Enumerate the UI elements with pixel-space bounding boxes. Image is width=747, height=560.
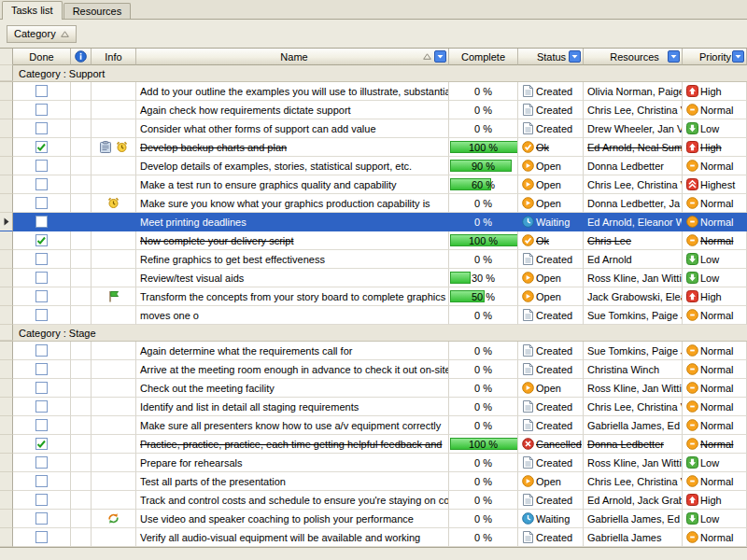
name-filter-button[interactable] bbox=[434, 50, 446, 63]
row-indicator bbox=[0, 269, 13, 287]
task-row[interactable]: Meet printing deadlines0 %WaitingEd Arno… bbox=[0, 213, 747, 231]
status-cell: Created bbox=[518, 82, 584, 101]
done-checkbox[interactable] bbox=[35, 197, 48, 209]
group-by-category-button[interactable]: Category bbox=[7, 25, 77, 43]
task-row[interactable]: Prepare for rehearsals0 %CreatedRoss Kli… bbox=[0, 454, 747, 472]
group-row[interactable]: Category : Stage bbox=[0, 325, 747, 342]
done-checkbox[interactable] bbox=[35, 438, 48, 450]
task-row[interactable]: moves one o0 %CreatedSue Tomkins, Paige … bbox=[0, 306, 747, 325]
done-checkbox[interactable] bbox=[35, 382, 48, 394]
done-checkbox[interactable] bbox=[35, 456, 48, 469]
column-header-priority[interactable]: Priority bbox=[683, 49, 747, 65]
done-checkbox[interactable] bbox=[35, 400, 48, 413]
done-checkbox[interactable] bbox=[35, 253, 48, 265]
task-row[interactable]: Again determine what the requirements ca… bbox=[0, 342, 747, 360]
flag-icon bbox=[106, 290, 120, 302]
status-label: Open bbox=[536, 198, 561, 209]
resources-filter-button[interactable] bbox=[668, 50, 680, 63]
done-checkbox[interactable] bbox=[35, 512, 48, 525]
column-header-done[interactable]: Done bbox=[13, 49, 71, 65]
done-checkbox[interactable] bbox=[35, 309, 48, 321]
task-row[interactable]: Verify all audio-visual equipment will b… bbox=[0, 528, 747, 547]
normal-icon bbox=[685, 531, 699, 543]
created-icon bbox=[521, 456, 535, 469]
row-indicator bbox=[0, 325, 13, 341]
complete-cell: 0 % bbox=[449, 101, 518, 119]
done-checkbox[interactable] bbox=[35, 272, 48, 284]
done-checkbox[interactable] bbox=[35, 234, 48, 246]
task-row[interactable]: Refine graphics to get best effectivenes… bbox=[0, 250, 747, 269]
status-label: Cancelled bbox=[536, 439, 582, 450]
complete-cell: 0 % bbox=[449, 398, 518, 416]
resources-cell: Chris Lee, Christina V bbox=[584, 472, 683, 491]
done-checkbox[interactable] bbox=[35, 419, 48, 431]
complete-value: 0 % bbox=[474, 198, 492, 209]
row-icon-cell bbox=[71, 194, 92, 213]
resources-cell: Chris Lee, Christina V bbox=[584, 398, 683, 416]
task-row[interactable]: Develop details of examples, stories, st… bbox=[0, 157, 747, 175]
info-cell bbox=[92, 82, 136, 101]
column-header-resources[interactable]: Resources bbox=[584, 49, 683, 65]
priority-label: High bbox=[700, 291, 722, 302]
low-icon bbox=[685, 512, 699, 525]
task-row[interactable]: Develop backup charts and plan100 %OkEd … bbox=[0, 138, 747, 157]
tab-tasks-list[interactable]: Tasks list bbox=[2, 1, 63, 20]
status-cell: Waiting bbox=[518, 510, 584, 528]
done-checkbox[interactable] bbox=[35, 216, 48, 228]
task-row[interactable]: Check out the meeting facility0 %OpenRos… bbox=[0, 379, 747, 398]
task-row[interactable]: Make a test run to ensure graphics quali… bbox=[0, 175, 747, 194]
high-icon bbox=[685, 141, 699, 153]
done-checkbox[interactable] bbox=[35, 178, 48, 190]
status-label: Open bbox=[536, 273, 561, 284]
column-header-status[interactable]: Status bbox=[518, 49, 584, 65]
done-checkbox[interactable] bbox=[35, 85, 48, 97]
task-row[interactable]: Identify and list in detail all staging … bbox=[0, 398, 747, 416]
task-row[interactable]: Add to your outline the examples you wil… bbox=[0, 82, 747, 101]
priority-label: Normal bbox=[700, 420, 733, 431]
task-row[interactable]: Practice, practice, practice, each time … bbox=[0, 435, 747, 454]
complete-value: 0 % bbox=[474, 123, 492, 134]
task-row[interactable]: Make sure all presenters know how to use… bbox=[0, 416, 747, 435]
done-checkbox[interactable] bbox=[35, 122, 48, 134]
done-checkbox[interactable] bbox=[35, 141, 48, 153]
status-label: Waiting bbox=[536, 217, 570, 228]
priority-filter-button[interactable] bbox=[732, 50, 744, 63]
tab-resources[interactable]: Resources bbox=[63, 3, 132, 19]
task-row[interactable]: Transform the concepts from your story b… bbox=[0, 287, 747, 306]
done-checkbox[interactable] bbox=[35, 363, 48, 375]
done-checkbox[interactable] bbox=[35, 531, 48, 543]
refresh-icon bbox=[106, 512, 120, 525]
priority-label: Highest bbox=[700, 179, 735, 190]
done-checkbox[interactable] bbox=[35, 104, 48, 116]
task-row[interactable]: Arrive at the meeting room enough in adv… bbox=[0, 360, 747, 379]
task-row[interactable]: Now complete your delivery script100 %Ok… bbox=[0, 231, 747, 250]
task-row[interactable]: Make sure you know what your graphics pr… bbox=[0, 194, 747, 213]
done-cell bbox=[13, 269, 71, 287]
column-header-complete[interactable]: Complete bbox=[449, 49, 518, 65]
complete-cell: 0 % bbox=[449, 510, 518, 528]
column-header-name[interactable]: Name bbox=[136, 49, 449, 65]
complete-value: 0 % bbox=[474, 310, 492, 321]
done-checkbox[interactable] bbox=[35, 290, 48, 302]
task-row[interactable]: Again check how requirements dictate sup… bbox=[0, 101, 747, 119]
done-checkbox[interactable] bbox=[35, 475, 48, 487]
column-header-info[interactable]: Info bbox=[92, 49, 136, 65]
resources-cell: Gabriella James bbox=[584, 528, 683, 547]
task-name: Identify and list in detail all staging … bbox=[140, 401, 359, 413]
done-checkbox[interactable] bbox=[35, 344, 48, 357]
status-filter-button[interactable] bbox=[569, 50, 581, 63]
complete-cell: 30 % bbox=[449, 269, 518, 287]
column-header-row-icon[interactable] bbox=[71, 49, 92, 65]
task-row[interactable]: Consider what other forms of support can… bbox=[0, 119, 747, 138]
done-checkbox[interactable] bbox=[35, 494, 48, 506]
open-icon bbox=[521, 160, 535, 172]
row-icon-cell bbox=[71, 157, 92, 175]
group-row[interactable]: Category : Support bbox=[0, 65, 747, 82]
column-label: Info bbox=[105, 51, 121, 63]
task-row[interactable]: Track and control costs and schedule to … bbox=[0, 491, 747, 510]
task-row[interactable]: Review/test visual aids30 %OpenRoss Klin… bbox=[0, 269, 747, 287]
row-indicator bbox=[0, 231, 13, 250]
task-row[interactable]: Use video and speaker coaching to polish… bbox=[0, 510, 747, 528]
task-row[interactable]: Test all parts of the presentation0 %Ope… bbox=[0, 472, 747, 491]
done-checkbox[interactable] bbox=[35, 160, 48, 172]
